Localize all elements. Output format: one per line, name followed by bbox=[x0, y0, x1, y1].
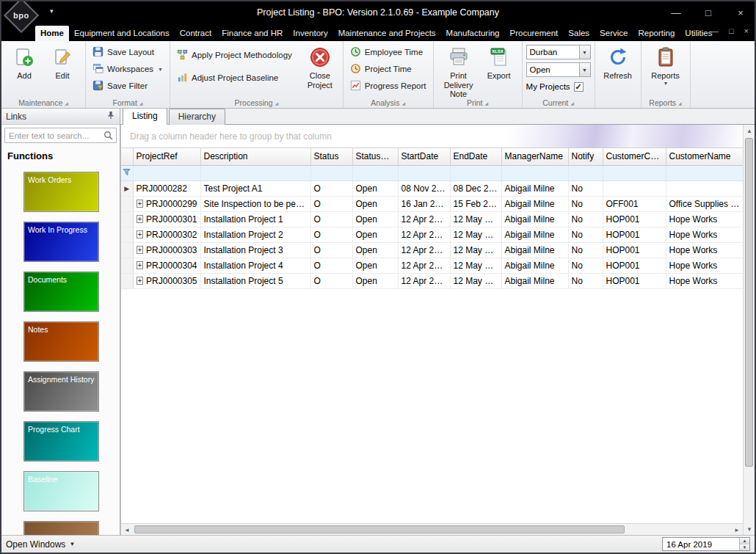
cell-enddate[interactable]: 12 May 2019 bbox=[450, 273, 501, 288]
cell-customercode[interactable]: HOP001 bbox=[603, 258, 666, 273]
chevron-down-icon[interactable]: ▼ bbox=[579, 63, 590, 76]
scroll-down-icon[interactable]: ▼ bbox=[744, 523, 755, 535]
horizontal-scrollbar[interactable]: ◄ ► bbox=[121, 523, 743, 535]
refresh-button[interactable]: Refresh bbox=[599, 43, 637, 93]
table-row[interactable]: +PRJ0000303Installation Project 3OOpen12… bbox=[121, 242, 743, 258]
ribbon-close-icon[interactable]: × bbox=[744, 26, 749, 35]
cell-managername[interactable]: Abigail Milne bbox=[501, 227, 568, 242]
cell-projectref[interactable]: +PRJ0000303 bbox=[133, 242, 200, 258]
cell-customercode[interactable]: HOP001 bbox=[603, 242, 666, 258]
cell-description[interactable]: Site Inspection to be perfor… bbox=[200, 196, 310, 211]
cell-statusdesc[interactable]: Open bbox=[352, 242, 398, 258]
cell-customercode[interactable]: HOP001 bbox=[603, 211, 666, 227]
cell-startdate[interactable]: 12 Apr 2019 bbox=[398, 227, 450, 242]
cell-customername[interactable]: Hope Works bbox=[666, 258, 743, 273]
ribbon-tab-equipment-and-locations[interactable]: Equipment and Locations bbox=[69, 26, 175, 41]
tab-hierarchy[interactable]: Hierarchy bbox=[169, 109, 225, 125]
column-header-status[interactable]: Status bbox=[310, 148, 352, 165]
function-button-notes[interactable]: Notes bbox=[23, 321, 99, 362]
project-time-button[interactable]: Project Time bbox=[347, 62, 429, 76]
ribbon-minimize-icon[interactable]: — bbox=[710, 26, 719, 35]
dialog-launcher-icon[interactable]: ◢ bbox=[65, 101, 68, 106]
cell-customername[interactable]: Hope Works bbox=[666, 273, 743, 288]
vscroll-thumb[interactable] bbox=[745, 138, 753, 467]
cell-statusdesc[interactable]: Open bbox=[352, 273, 398, 288]
column-header-startdate[interactable]: StartDate bbox=[398, 148, 450, 165]
scroll-up-icon[interactable]: ▲ bbox=[744, 125, 755, 136]
cell-description[interactable]: Installation Project 3 bbox=[200, 242, 310, 258]
hscroll-track[interactable] bbox=[133, 524, 731, 535]
dialog-launcher-icon[interactable]: ◢ bbox=[401, 101, 405, 106]
cell-description[interactable]: Test Project A1 bbox=[200, 181, 310, 196]
filter-cell-enddate[interactable] bbox=[450, 165, 501, 181]
scroll-left-icon[interactable]: ◄ bbox=[121, 524, 133, 535]
table-row[interactable]: +PRJ0000301Installation Project 1OOpen12… bbox=[121, 211, 743, 227]
pin-icon[interactable] bbox=[106, 111, 115, 122]
cell-notify[interactable]: No bbox=[568, 211, 603, 227]
status-combobox[interactable]: Open ▼ bbox=[526, 62, 591, 77]
expand-row-icon[interactable]: + bbox=[137, 230, 144, 238]
workspaces-button[interactable]: Workspaces ▼ bbox=[90, 62, 166, 76]
dialog-launcher-icon[interactable]: ◢ bbox=[139, 101, 143, 106]
cell-projectref[interactable]: +PRJ0000302 bbox=[133, 227, 200, 242]
cell-notify[interactable]: No bbox=[568, 242, 603, 258]
cell-projectref[interactable]: +PRJ0000301 bbox=[133, 211, 200, 227]
vscroll-track[interactable] bbox=[744, 136, 755, 523]
dialog-launcher-icon[interactable]: ◢ bbox=[275, 101, 279, 106]
table-row[interactable]: ▶PRJ0000282Test Project A1OOpen08 Nov 20… bbox=[121, 181, 743, 196]
vertical-scrollbar[interactable]: ▲ ▼ bbox=[743, 125, 755, 535]
function-button-documents[interactable]: Documents bbox=[23, 271, 99, 312]
cell-status[interactable]: O bbox=[310, 273, 352, 288]
save-layout-button[interactable]: Save Layout bbox=[90, 45, 166, 59]
ribbon-tab-home[interactable]: Home bbox=[35, 26, 69, 41]
filter-cell-customercode[interactable] bbox=[603, 165, 666, 181]
my-projects-checkbox[interactable]: My Projects ✓ bbox=[526, 80, 591, 93]
function-button-item[interactable] bbox=[23, 521, 99, 535]
column-header-customername[interactable]: CustomerName bbox=[666, 148, 743, 165]
maximize-button[interactable]: □ bbox=[702, 7, 715, 18]
date-spin-up-icon[interactable]: ▲ bbox=[740, 538, 749, 544]
table-row[interactable]: +PRJ0000304Installation Project 4OOpen12… bbox=[121, 258, 743, 273]
cell-notify[interactable]: No bbox=[568, 227, 603, 242]
cell-projectref[interactable]: +PRJ0000304 bbox=[133, 258, 200, 273]
cell-description[interactable]: Installation Project 2 bbox=[200, 227, 310, 242]
export-button[interactable]: XLSX Export bbox=[480, 43, 518, 93]
cell-status[interactable]: O bbox=[310, 196, 352, 211]
table-row[interactable]: +PRJ0000299Site Inspection to be perfor…… bbox=[121, 196, 743, 211]
chevron-down-icon[interactable]: ▼ bbox=[579, 45, 590, 59]
cell-statusdesc[interactable]: Open bbox=[352, 196, 398, 211]
cell-startdate[interactable]: 12 Apr 2019 bbox=[398, 242, 450, 258]
expand-row-icon[interactable]: + bbox=[137, 200, 144, 208]
ribbon-tab-finance-and-hr[interactable]: Finance and HR bbox=[217, 26, 288, 41]
filter-cell-startdate[interactable] bbox=[398, 165, 450, 181]
column-header-notify[interactable]: Notify bbox=[568, 148, 603, 165]
ribbon-tab-inventory[interactable]: Inventory bbox=[288, 26, 332, 41]
table-row[interactable]: +PRJ0000305Installation Project 5OOpen12… bbox=[121, 273, 743, 288]
apply-project-methodology-button[interactable]: Apply Project Methodology bbox=[174, 48, 295, 62]
close-button[interactable]: × bbox=[734, 7, 747, 18]
adjust-project-baseline-button[interactable]: Adjust Project Baseline bbox=[174, 70, 295, 85]
cell-startdate[interactable]: 12 Apr 2019 bbox=[398, 258, 450, 273]
cell-enddate[interactable]: 08 Dec 2017 bbox=[450, 181, 501, 196]
cell-status[interactable]: O bbox=[310, 258, 352, 273]
cell-customercode[interactable] bbox=[603, 181, 666, 196]
dialog-launcher-icon[interactable]: ◢ bbox=[485, 101, 489, 106]
reports-button[interactable]: Reports ▼ bbox=[645, 43, 686, 93]
cell-projectref[interactable]: +PRJ0000305 bbox=[133, 273, 200, 288]
filter-cell-description[interactable] bbox=[200, 165, 310, 181]
cell-customername[interactable]: Office Supplies Unli… bbox=[666, 196, 743, 211]
ribbon-tab-manufacturing[interactable]: Manufacturing bbox=[441, 26, 505, 41]
date-editor[interactable]: 16 Apr 2019 ▲ ▼ bbox=[662, 537, 750, 551]
cell-managername[interactable]: Abigail Milne bbox=[501, 181, 568, 196]
cell-customercode[interactable]: OFF001 bbox=[603, 196, 666, 211]
cell-statusdesc[interactable]: Open bbox=[352, 258, 398, 273]
ribbon-tab-service[interactable]: Service bbox=[595, 26, 633, 41]
dialog-launcher-icon[interactable]: ◢ bbox=[678, 101, 682, 106]
cell-startdate[interactable]: 08 Nov 2017 bbox=[398, 181, 450, 196]
column-header-description[interactable]: Description bbox=[200, 148, 310, 165]
expand-row-icon[interactable]: + bbox=[137, 246, 144, 254]
cell-enddate[interactable]: 12 May 2019 bbox=[450, 227, 501, 242]
cell-notify[interactable]: No bbox=[568, 273, 603, 288]
cell-notify[interactable]: No bbox=[568, 258, 603, 273]
table-row[interactable]: +PRJ0000302Installation Project 2OOpen12… bbox=[121, 227, 743, 242]
